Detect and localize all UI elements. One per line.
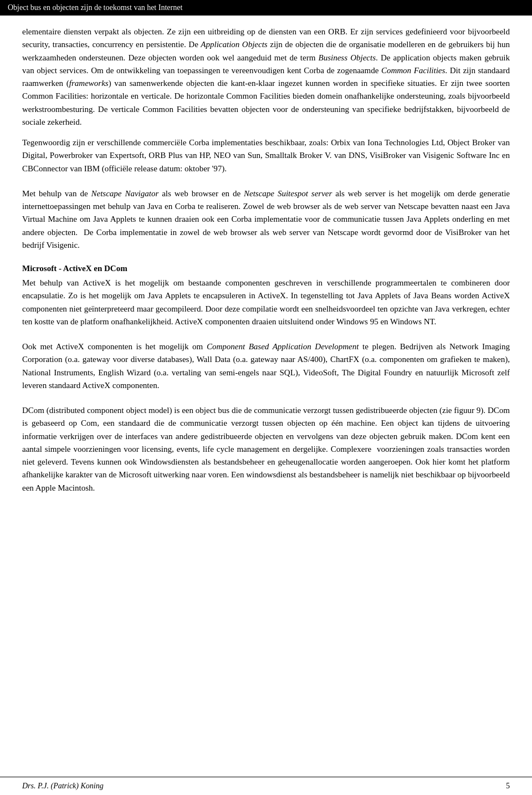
footer-page-number: 5 [506, 782, 510, 791]
header-title: Object bus en objecten zijn de toekomst … [8, 3, 182, 12]
page-header: Object bus en objecten zijn de toekomst … [0, 0, 532, 16]
paragraph-2: Tegenwoordig zijn er verschillende comme… [22, 136, 510, 175]
page-footer: Drs. P.J. (Patrick) Koning 5 [0, 777, 532, 795]
section-heading-activex: Microsoft - ActiveX en DCom [22, 264, 510, 273]
page-container: Object bus en objecten zijn de toekomst … [0, 0, 532, 795]
paragraph-3: Met behulp van de Netscape Navigator als… [22, 187, 510, 252]
paragraph-1: elementaire diensten verpakt als objecte… [22, 26, 510, 129]
content-area: elementaire diensten verpakt als objecte… [0, 16, 532, 536]
paragraph-5: Ook met ActiveX componenten is het mogel… [22, 340, 510, 392]
paragraph-4: Met behulp van ActiveX is het mogelijk o… [22, 277, 510, 328]
footer-author: Drs. P.J. (Patrick) Koning [22, 782, 104, 791]
paragraph-6: DCom (distributed component object model… [22, 404, 510, 495]
